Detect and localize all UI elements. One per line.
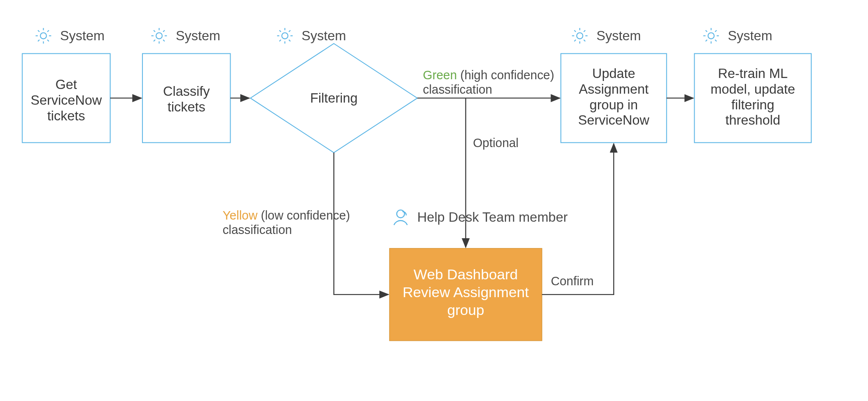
header-label: Help Desk Team member [417,209,568,225]
svg-text:Review Assignment: Review Assignment [403,284,529,300]
svg-text:tickets: tickets [167,99,205,114]
header-label: System [596,28,641,43]
gear-icon [277,28,293,44]
header-filtering: System [277,28,346,44]
yellow-label-line2: classification [223,223,292,237]
svg-text:Update: Update [592,66,635,81]
header-retrain: System [703,28,772,44]
gear-icon [572,28,588,44]
gear-icon [703,28,719,44]
gear-icon [36,28,51,44]
header-classify: System [151,28,220,44]
header-label: System [302,28,346,43]
gear-icon [151,28,167,44]
svg-text:Assignment: Assignment [579,81,649,97]
svg-text:tickets: tickets [47,108,85,123]
green-label-line1: Green (high confidence) [423,68,554,82]
node-get-tickets: Get ServiceNow tickets [22,53,110,142]
confirm-label: Confirm [551,274,594,288]
header-label: System [60,28,105,43]
yellow-label-line1: Yellow (low confidence) [223,209,350,222]
svg-text:group in: group in [590,97,638,112]
svg-text:Web Dashboard: Web Dashboard [414,266,518,282]
optional-label: Optional [473,136,519,150]
edge-filtering-dashboard [334,153,389,295]
flow-diagram: System System System System System Help … [0,0,868,401]
svg-text:filtering: filtering [731,97,774,112]
green-label-line2: classification [423,83,492,96]
svg-text:Re-train ML: Re-train ML [718,66,788,81]
header-helpdesk: Help Desk Team member [394,209,568,225]
svg-text:ServiceNow: ServiceNow [31,92,102,108]
person-icon [394,210,407,225]
svg-text:model, update: model, update [710,81,795,97]
header-get-tickets: System [36,28,105,44]
svg-text:threshold: threshold [725,112,780,128]
header-update: System [572,28,641,44]
header-label: System [176,28,220,43]
node-retrain: Re-train ML model, update filtering thre… [694,53,811,142]
node-classify: Classify tickets [142,53,230,142]
svg-text:Get: Get [56,77,77,92]
svg-text:ServiceNow: ServiceNow [578,112,649,128]
node-dashboard: Web Dashboard Review Assignment group [389,248,542,341]
node-filtering: Filtering [250,44,417,153]
svg-text:group: group [447,302,484,318]
svg-text:Filtering: Filtering [310,90,358,106]
svg-text:Classify: Classify [163,84,210,99]
node-update: Update Assignment group in ServiceNow [561,53,666,142]
header-label: System [728,28,772,43]
